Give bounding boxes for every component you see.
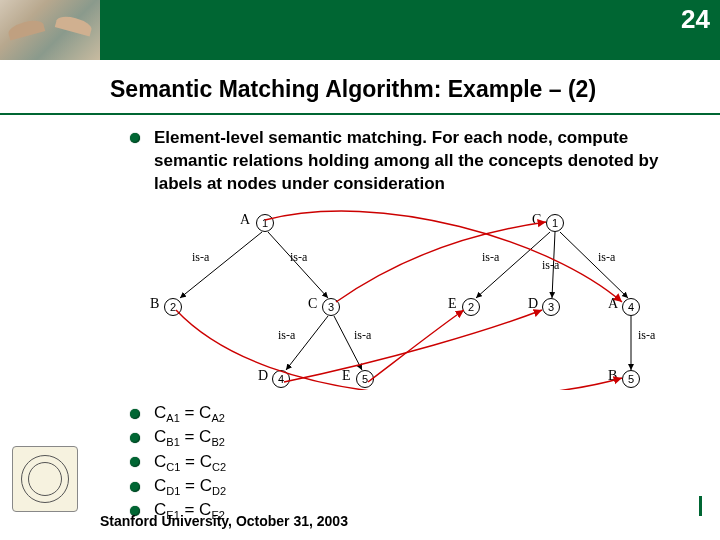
header-image	[0, 0, 100, 60]
node-label: B	[150, 296, 159, 312]
node-label: A	[240, 212, 250, 228]
bullet-icon	[130, 457, 140, 467]
title-row: Semantic Matching Algorithm: Example – (…	[0, 60, 720, 115]
svg-line-4	[476, 232, 550, 298]
edge-label: is-a	[638, 328, 655, 343]
equation-text: CC1 = CC2	[154, 452, 226, 473]
bullet-icon	[130, 482, 140, 492]
edge-label: is-a	[192, 250, 209, 265]
node-label: B	[608, 368, 617, 384]
edge-label: is-a	[542, 258, 559, 273]
diagram-edges	[150, 210, 680, 390]
node-label: C	[308, 296, 317, 312]
node: 3	[542, 298, 560, 316]
bullet-icon	[130, 133, 140, 143]
node: 1	[546, 214, 564, 232]
slide-title: Semantic Matching Algorithm: Example – (…	[110, 76, 702, 103]
svg-line-2	[286, 316, 328, 370]
node: 4	[272, 370, 290, 388]
main-bullet: Element-level semantic matching. For eac…	[0, 123, 720, 196]
bullet-icon	[130, 409, 140, 419]
equation-item: CD1 = CD2	[130, 476, 720, 497]
edge-label: is-a	[482, 250, 499, 265]
svg-line-1	[268, 232, 328, 298]
footer: Stanford University, October 31, 2003	[100, 512, 702, 530]
node-label: C	[532, 212, 541, 228]
node: 5	[622, 370, 640, 388]
svg-line-0	[180, 232, 262, 298]
header-row: 24	[0, 0, 720, 60]
seal-logo	[12, 446, 78, 512]
equation-item: CA1 = CA2	[130, 403, 720, 424]
node: 2	[462, 298, 480, 316]
equations-list: CA1 = CA2CB1 = CB2CC1 = CC2CD1 = CD2CE1 …	[0, 398, 720, 522]
page-number: 24	[681, 4, 710, 35]
edge-label: is-a	[354, 328, 371, 343]
content-area: Element-level semantic matching. For eac…	[0, 123, 720, 522]
node-label: A	[608, 296, 618, 312]
node-label: D	[528, 296, 538, 312]
equation-text: CB1 = CB2	[154, 427, 225, 448]
node: 4	[622, 298, 640, 316]
equation-text: CD1 = CD2	[154, 476, 226, 497]
node-label: E	[448, 296, 457, 312]
bullet-icon	[130, 433, 140, 443]
equation-item: CC1 = CC2	[130, 452, 720, 473]
node: 5	[356, 370, 374, 388]
edge-label: is-a	[290, 250, 307, 265]
node: 1	[256, 214, 274, 232]
equation-item: CB1 = CB2	[130, 427, 720, 448]
footer-text: Stanford University, October 31, 2003	[100, 513, 348, 529]
node: 3	[322, 298, 340, 316]
svg-line-3	[334, 316, 362, 370]
edge-label: is-a	[278, 328, 295, 343]
node-label: E	[342, 368, 351, 384]
header-bar: 24	[100, 0, 720, 60]
edge-label: is-a	[598, 250, 615, 265]
footer-accent	[699, 496, 702, 516]
main-bullet-text: Element-level semantic matching. For eac…	[154, 127, 680, 196]
equation-text: CA1 = CA2	[154, 403, 225, 424]
node: 2	[164, 298, 182, 316]
node-label: D	[258, 368, 268, 384]
diagram: A 1 B 2 C 3 D 4 E 5 C 1 E 2 D 3 A 4 B 5 …	[150, 210, 680, 390]
svg-line-6	[560, 232, 628, 298]
